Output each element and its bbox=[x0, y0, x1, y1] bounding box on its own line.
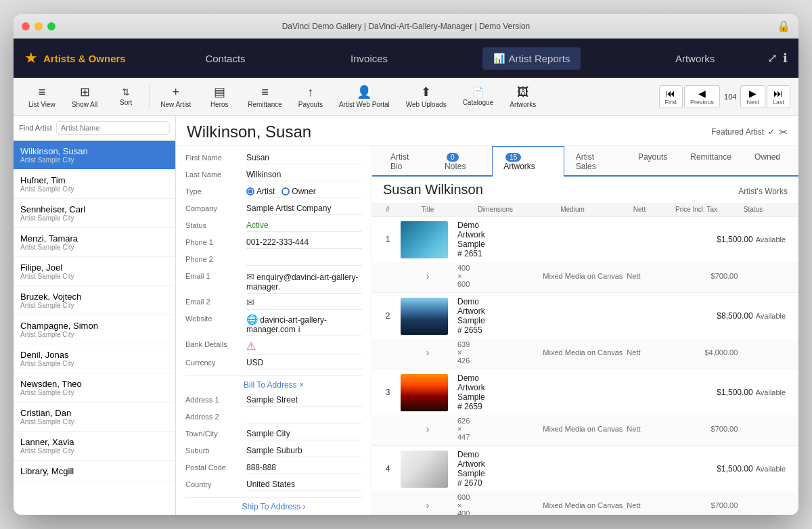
artwork-expand-chevron[interactable]: › bbox=[401, 423, 455, 434]
website-value: 🌐 davinci-art-gallery-manager.com ℹ bbox=[246, 313, 362, 336]
artist-sub: Artist Sample City bbox=[20, 156, 168, 164]
heros-button[interactable]: ▤ Heros bbox=[200, 82, 238, 111]
col-header-scroll bbox=[780, 206, 793, 213]
artwork-row-main: 2 Demo Artwork Sample # 2655 $8,500.00 A… bbox=[372, 293, 798, 339]
catalogue-button[interactable]: 📄 Catalogue bbox=[456, 84, 501, 109]
list-item[interactable]: Hufner, Tim Artist Sample City bbox=[14, 170, 175, 199]
form-divider-2 bbox=[185, 497, 362, 498]
nav-contacts[interactable]: Contacts bbox=[194, 47, 256, 70]
first-icon: ⏮ bbox=[666, 88, 675, 99]
heros-label: Heros bbox=[210, 101, 229, 108]
postal-label: Postal Code bbox=[185, 461, 246, 472]
ship-to-address-link[interactable]: Ship To Address › bbox=[242, 502, 306, 511]
artwork-sub-medium: Mixed Media on Canvas bbox=[543, 501, 624, 509]
artist-name: Bruzek, Vojtech bbox=[20, 292, 168, 302]
type-artist-option[interactable]: Artist bbox=[246, 187, 275, 196]
scissor-icon[interactable]: ✂ bbox=[779, 126, 788, 139]
col-header-dimensions: Dimensions bbox=[461, 206, 529, 213]
list-item[interactable]: Cristian, Dan Artist Sample City bbox=[14, 402, 175, 432]
phone2-row: Phone 2 bbox=[185, 253, 362, 268]
tab-remittance[interactable]: Remittance bbox=[679, 146, 743, 177]
artworks-button[interactable]: 🖼 Artworks bbox=[503, 83, 543, 111]
artwork-expand-chevron[interactable]: › bbox=[401, 271, 455, 281]
currency-value: USD bbox=[246, 356, 362, 369]
featured-checkmark[interactable]: ✓ bbox=[768, 127, 775, 137]
web-uploads-button[interactable]: ⬆ Web Uploads bbox=[399, 82, 453, 111]
nav-artworks[interactable]: Artworks bbox=[664, 47, 725, 70]
sort-button[interactable]: ⇅ Sort bbox=[107, 84, 145, 109]
app-name[interactable]: Artists & Owners bbox=[43, 53, 126, 64]
tab-artist-sales[interactable]: Artist Sales bbox=[564, 146, 627, 177]
info-icon[interactable]: ℹ bbox=[783, 51, 788, 66]
close-button[interactable] bbox=[22, 22, 30, 30]
next-button[interactable]: ▶ Next bbox=[740, 85, 765, 108]
first-name-row: First Name Susan bbox=[185, 152, 362, 166]
featured-artist-label: Featured Artist bbox=[711, 127, 764, 137]
artist-name: Champagne, Simon bbox=[20, 321, 168, 331]
list-view-button[interactable]: ≡ List View bbox=[22, 83, 62, 111]
detail-title: Wilkinson, Susan bbox=[187, 122, 311, 141]
website-info-icon[interactable]: ℹ bbox=[298, 325, 301, 334]
tab-owned[interactable]: Owned bbox=[743, 146, 792, 177]
status-row: Status Active bbox=[185, 219, 362, 234]
list-item[interactable]: Champagne, Simon Artist Sample City bbox=[14, 315, 175, 344]
artwork-title[interactable]: Demo Artwork Sample # 2659 bbox=[457, 373, 485, 411]
list-item[interactable]: Bruzek, Vojtech Artist Sample City bbox=[14, 286, 175, 315]
country-row: Country United States bbox=[185, 478, 362, 493]
col-header-title: Title bbox=[401, 206, 455, 213]
previous-button[interactable]: ◀ Previous bbox=[684, 85, 720, 108]
artwork-number: 1 bbox=[378, 235, 398, 244]
new-artist-button[interactable]: + New Artist bbox=[154, 83, 198, 111]
tab-payouts[interactable]: Payouts bbox=[627, 146, 679, 177]
tab-notes[interactable]: 0 Notes bbox=[433, 146, 492, 177]
phone2-value bbox=[246, 253, 362, 266]
artwork-title[interactable]: Demo Artwork Sample # 2651 bbox=[457, 221, 485, 258]
bill-to-address-link[interactable]: Bill To Address × bbox=[244, 380, 304, 390]
list-item[interactable]: Sennheiser, Carl Artist Sample City bbox=[14, 199, 175, 228]
artwork-expand-chevron[interactable]: › bbox=[401, 347, 455, 358]
artwork-expand-chevron[interactable]: › bbox=[401, 500, 455, 511]
artwork-thumbnail[interactable] bbox=[401, 451, 448, 488]
show-all-button[interactable]: ⊞ Show All bbox=[65, 82, 104, 111]
address2-row: Address 2 bbox=[185, 411, 362, 426]
minimize-button[interactable] bbox=[35, 22, 43, 30]
payouts-icon: ↑ bbox=[307, 85, 313, 99]
list-item[interactable]: Lanner, Xavia Artist Sample City bbox=[14, 432, 175, 461]
artist-tabs: Artist Bio 0 Notes 15 Artworks Artist Sa… bbox=[372, 146, 798, 177]
artwork-title[interactable]: Demo Artwork Sample # 2655 bbox=[457, 297, 485, 335]
web-uploads-label: Web Uploads bbox=[406, 101, 447, 108]
list-item[interactable]: Wilkinson, Susan Artist Sample City bbox=[14, 141, 175, 170]
remittance-button[interactable]: ≡ Remittance bbox=[241, 83, 289, 111]
artwork-thumbnail[interactable] bbox=[401, 374, 448, 411]
form-section: First Name Susan Last Name Wilkinson Typ… bbox=[176, 146, 372, 515]
artwork-thumbnail[interactable] bbox=[401, 298, 448, 335]
artwork-row-main: 3 Demo Artwork Sample # 2659 $1,500.00 A… bbox=[372, 369, 798, 415]
phone1-value: 001-222-333-444 bbox=[246, 236, 362, 249]
web-portal-button[interactable]: 👤 Artist Web Portal bbox=[332, 82, 397, 111]
nav-reports[interactable]: 📊 Artist Reports bbox=[482, 47, 581, 70]
artwork-title[interactable]: Demo Artwork Sample # 2670 bbox=[457, 450, 485, 488]
type-owner-option[interactable]: Owner bbox=[281, 187, 315, 196]
expand-icon[interactable]: ⤢ bbox=[767, 51, 777, 66]
list-item[interactable]: Library, Mcgill bbox=[14, 461, 175, 482]
nav-invoices[interactable]: Invoices bbox=[340, 47, 399, 70]
list-item[interactable]: Filipe, Joel Artist Sample City bbox=[14, 257, 175, 286]
payouts-button[interactable]: ↑ Payouts bbox=[292, 83, 330, 111]
payouts-label: Payouts bbox=[298, 101, 323, 108]
new-artist-icon: + bbox=[172, 85, 179, 99]
find-artist-input[interactable] bbox=[56, 121, 170, 135]
list-item[interactable]: Denil, Jonas Artist Sample City bbox=[14, 344, 175, 373]
first-button[interactable]: ⏮ First bbox=[659, 85, 683, 108]
tab-artworks[interactable]: 15 Artworks bbox=[492, 146, 564, 177]
artwork-thumbnail[interactable] bbox=[401, 221, 448, 258]
form-divider bbox=[185, 375, 362, 376]
tab-artist-bio[interactable]: Artist Bio bbox=[379, 146, 433, 177]
remittance-icon: ≡ bbox=[261, 85, 269, 99]
catalogue-icon: 📄 bbox=[472, 87, 484, 97]
maximize-button[interactable] bbox=[47, 22, 55, 30]
last-button[interactable]: ⏭ Last bbox=[767, 85, 790, 108]
list-item[interactable]: Newsden, Theo Artist Sample City bbox=[14, 373, 175, 402]
artwork-sub-nett: Nett bbox=[627, 425, 674, 433]
list-item[interactable]: Menzi, Tamara Artist Sample City bbox=[14, 228, 175, 257]
email1-icon: ✉ bbox=[246, 271, 254, 282]
